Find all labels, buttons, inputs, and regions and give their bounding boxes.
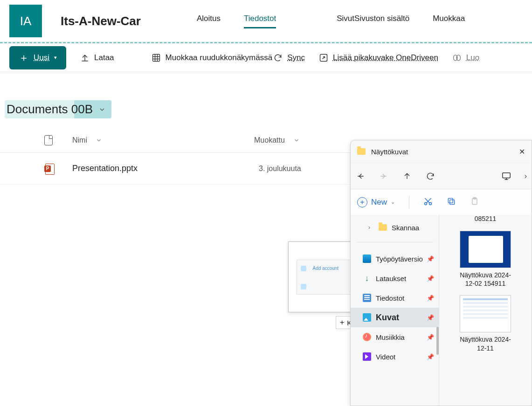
pin-icon: 📌 [427,275,434,282]
column-name-label: Nimi [72,136,87,145]
sidebar-item-videos[interactable]: Videot 📌 [351,347,439,366]
explorer-sidebar[interactable]: › Skannaa Työpöytäversio 📌 ↓ Lataukset 📌… [351,215,439,406]
file-name[interactable]: Presentation.pptx [72,164,259,173]
pin-icon: 📌 [427,334,434,341]
chevron-right-icon[interactable]: › [525,172,527,180]
explorer-nav-toolbar: › [351,163,532,189]
back-button[interactable] [355,171,366,181]
svg-rect-8 [448,198,453,203]
sidebar-item-scan[interactable]: › Skannaa [351,218,439,237]
chevron-down-icon [293,137,300,144]
shortcut-icon [319,53,328,62]
explorer-content[interactable]: 085211 Näyttökuva 2024-12-02 154911 Näyt… [439,215,532,406]
cut-button[interactable] [423,197,433,208]
sync-icon [273,53,283,62]
nav-files[interactable]: Tiedostot [244,14,276,28]
thumbnail-label: Näyttökuva 2024-12-11 [460,335,511,352]
sidebar-item-label: Videot [376,353,395,361]
sync-button[interactable]: Sync [273,53,305,62]
thumbnail-image [460,295,511,332]
create-agent-label: Luo [466,53,479,62]
site-header: IA Its-A-New-Car Aloitus Tiedostot Sivut… [0,0,532,42]
nav-pages[interactable]: Sivut [337,14,354,28]
explorer-body: › Skannaa Työpöytäversio 📌 ↓ Lataukset 📌… [351,215,532,406]
thumbnail-label-partial: 085211 [443,215,528,222]
copy-button[interactable] [447,197,456,208]
file-modified: 3. joulukuuta [259,165,301,173]
sidebar-item-desktop[interactable]: Työpöytäversio 📌 [351,249,439,268]
top-nav: Aloitus Tiedostot Sivut Sivuston sisältö… [197,14,465,28]
svg-rect-4 [502,172,510,178]
library-title-dropdown[interactable]: Documents 00B [5,100,111,118]
paste-button [470,197,479,208]
drag-preview: Add account [288,241,360,312]
create-agent-button[interactable]: Luo [452,53,479,62]
column-name[interactable]: Nimi [72,136,259,145]
add-shortcut-button[interactable]: Lisää pikakuvake OneDriveen [319,53,438,62]
pictures-icon [363,313,371,322]
svg-rect-7 [450,200,455,204]
upload-button[interactable]: Lataa [80,53,114,62]
chevron-right-icon: › [368,224,374,231]
up-button[interactable] [402,171,412,181]
chevron-down-icon: ▾ [54,55,57,61]
edit-grid-label: Muokkaa ruudukkonäkymässä [166,53,273,62]
drag-thumb-text: Add account [313,266,339,271]
explorer-new-label: New [371,198,387,207]
explorer-command-bar: + New ⌄ [351,189,532,215]
sidebar-item-label: Kuvat [376,313,399,323]
pin-icon: 📌 [427,255,434,262]
site-title[interactable]: Its-A-New-Car [61,14,141,28]
folder-icon [379,224,387,231]
drag-thumbnail: Add account [297,260,352,295]
site-logo[interactable]: IA [9,5,42,37]
edit-grid-button[interactable]: Muokkaa ruudukkonäkymässä [152,53,273,62]
sidebar-item-label: Lataukset [376,275,406,282]
column-type-icon[interactable] [44,135,72,145]
new-button-label: Uusi [34,53,49,62]
upload-label: Lataa [94,53,114,62]
nav-home[interactable]: Aloitus [197,14,221,28]
explorer-new-button[interactable]: + New ⌄ [357,197,395,207]
column-modified[interactable]: Muokattu [254,136,338,145]
sidebar-item-label: Skannaa [392,224,419,232]
file-explorer-window[interactable]: Näyttökuvat ✕ › + New ⌄ › Skannaa [350,140,532,406]
desktop-icon [363,255,371,263]
thumbnail-item[interactable]: Näyttökuva 2024-12-11 [460,295,511,352]
sidebar-item-downloads[interactable]: ↓ Lataukset 📌 [351,268,439,288]
nav-edit[interactable]: Muokkaa [433,14,465,28]
copilot-icon [452,53,462,62]
pin-icon: 📌 [427,353,434,360]
chevron-down-icon: ⌄ [391,199,395,205]
chevron-down-icon [96,137,102,144]
forward-button [379,171,389,181]
separator [409,196,409,209]
new-button[interactable]: ＋ Uusi ▾ [9,46,66,69]
upload-icon [80,53,90,62]
sidebar-item-music[interactable]: Musiikkia 📌 [351,327,439,347]
plus-icon: ＋ [19,51,29,65]
this-pc-icon[interactable] [501,171,511,181]
documents-icon [363,294,371,302]
command-bar: ＋ Uusi ▾ Lataa Muokkaa ruudukkonäkymässä… [0,43,532,72]
pin-icon: 📌 [427,314,434,321]
pin-icon: 📌 [427,295,434,302]
sidebar-item-pictures[interactable]: Kuvat 📌 [351,308,439,327]
folder-icon [357,148,366,155]
sidebar-item-documents[interactable]: Tiedostot 📌 [351,288,439,308]
explorer-titlebar[interactable]: Näyttökuvat ✕ [351,140,532,163]
scrollbar[interactable] [436,327,439,355]
plus-icon: + [340,318,344,327]
thumbnail-item[interactable]: Näyttökuva 2024-12-02 154911 [460,231,511,288]
videos-icon [363,352,371,361]
thumbnail-image [460,231,511,268]
close-icon[interactable]: ✕ [519,147,525,156]
music-icon [363,333,371,341]
refresh-button[interactable] [425,171,435,181]
library-title-text: Documents 00B [7,102,93,117]
thumbnail-label: Näyttökuva 2024-12-02 154911 [460,271,511,288]
grid-icon [152,53,161,62]
separator [356,242,433,242]
document-icon [44,135,53,145]
nav-site-contents[interactable]: Sivuston sisältö [354,14,409,28]
